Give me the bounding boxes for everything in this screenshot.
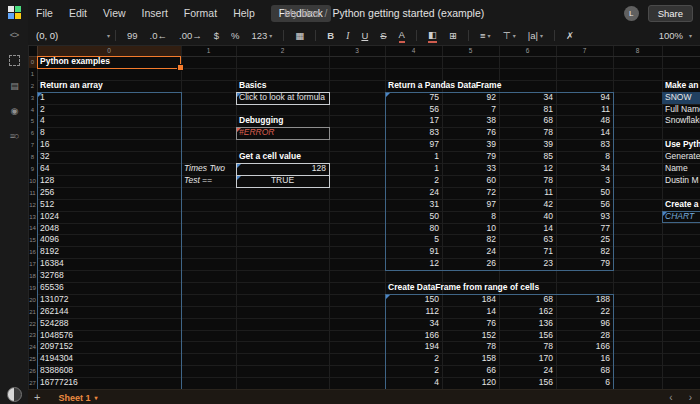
row-header[interactable]: 3 bbox=[28, 92, 37, 104]
array-value-cell[interactable]: 32 bbox=[37, 151, 181, 163]
bool-cell[interactable]: TRUE bbox=[236, 175, 329, 187]
row-header[interactable]: 18 bbox=[28, 270, 37, 282]
dataframe-cell[interactable]: 5 bbox=[385, 234, 442, 246]
dataframe-cell[interactable]: 14 bbox=[499, 223, 556, 235]
array-value-cell[interactable]: 4194304 bbox=[37, 353, 181, 365]
zoom-control[interactable]: 100% ▾ bbox=[659, 26, 692, 45]
dataframe-cell[interactable]: 14 bbox=[442, 306, 499, 318]
dataframe-cell[interactable]: 24 bbox=[499, 365, 556, 377]
row-header[interactable]: 0 bbox=[28, 56, 37, 68]
code-editor-icon[interactable]: <> bbox=[10, 30, 19, 40]
section-heading[interactable]: Create DataFrame from range of cells bbox=[385, 282, 613, 294]
row-header[interactable]: 7 bbox=[28, 139, 37, 151]
row-header[interactable]: 9 bbox=[28, 163, 37, 175]
dataframe-cell[interactable]: 56 bbox=[556, 199, 613, 211]
row-header[interactable]: 12 bbox=[28, 199, 37, 211]
dataframe-cell[interactable]: 68 bbox=[499, 115, 556, 127]
dataframe-cell[interactable]: 97 bbox=[442, 199, 499, 211]
dataframe-cell[interactable]: 48 bbox=[556, 115, 613, 127]
menu-edit[interactable]: Edit bbox=[69, 7, 87, 19]
row-header[interactable]: 6 bbox=[28, 127, 37, 139]
column-header[interactable]: 1 bbox=[181, 45, 236, 56]
dataframe-cell[interactable]: 80 bbox=[385, 223, 442, 235]
array-value-cell[interactable]: 1048576 bbox=[37, 330, 181, 342]
array-value-cell[interactable]: 262144 bbox=[37, 306, 181, 318]
next-sheet-button[interactable]: › bbox=[689, 392, 692, 403]
dataframe-cell[interactable]: 1 bbox=[385, 151, 442, 163]
vertical-align-dropdown[interactable]: ⊤▾ bbox=[496, 30, 521, 41]
dataframe-cell[interactable]: 16 bbox=[556, 353, 613, 365]
row-header[interactable]: 17 bbox=[28, 258, 37, 270]
dataframe-cell[interactable]: 194 bbox=[385, 341, 442, 353]
dataframe-cell[interactable]: 91 bbox=[385, 246, 442, 258]
dataframe-cell[interactable]: 8 bbox=[442, 211, 499, 223]
dataframe-cell[interactable]: 11 bbox=[499, 187, 556, 199]
array-value-cell[interactable]: 4096 bbox=[37, 234, 181, 246]
array-value-cell[interactable]: 16384 bbox=[37, 258, 181, 270]
array-value-cell[interactable]: 8388608 bbox=[37, 365, 181, 377]
dataframe-cell[interactable]: 120 bbox=[442, 377, 499, 389]
add-sheet-button[interactable]: + bbox=[34, 392, 40, 403]
row-header[interactable]: 22 bbox=[28, 318, 37, 330]
percent-format-icon[interactable]: % bbox=[225, 30, 245, 41]
dataframe-cell[interactable]: 94 bbox=[556, 92, 613, 104]
array-value-cell[interactable]: 2 bbox=[37, 104, 181, 116]
dataframe-cell[interactable]: 28 bbox=[556, 330, 613, 342]
dataframe-cell[interactable]: 96 bbox=[556, 318, 613, 330]
dataframe-cell[interactable]: 81 bbox=[499, 104, 556, 116]
dataframe-cell[interactable]: 8 bbox=[556, 151, 613, 163]
dataframe-cell[interactable]: 158 bbox=[442, 353, 499, 365]
decrease-decimals-icon[interactable]: .0← bbox=[144, 30, 173, 41]
array-value-cell[interactable]: 8 bbox=[37, 127, 181, 139]
array-value-cell[interactable]: 65536 bbox=[37, 282, 181, 294]
cell[interactable]: Generate bbox=[662, 151, 700, 163]
array-value-cell[interactable]: 1 bbox=[37, 92, 181, 104]
dataframe-cell[interactable]: 77 bbox=[556, 223, 613, 235]
section-heading[interactable]: Debugging bbox=[236, 115, 329, 127]
column-header[interactable]: 0 bbox=[37, 45, 181, 56]
dataframe-cell[interactable]: 6 bbox=[556, 377, 613, 389]
dataframe-cell[interactable]: 162 bbox=[499, 306, 556, 318]
dataframe-cell[interactable]: 93 bbox=[556, 211, 613, 223]
row-header[interactable]: 25 bbox=[28, 353, 37, 365]
dataframe-cell[interactable]: 50 bbox=[556, 187, 613, 199]
spreadsheet-grid[interactable]: 0123456780123456789101112131415161718192… bbox=[0, 0, 700, 404]
dataframe-cell[interactable]: 42 bbox=[499, 199, 556, 211]
dataframe-cell[interactable]: 78 bbox=[499, 341, 556, 353]
row-header[interactable]: 20 bbox=[28, 294, 37, 306]
value-cell[interactable]: 128 bbox=[236, 163, 329, 175]
array-value-cell[interactable]: 4 bbox=[37, 115, 181, 127]
dataframe-cell[interactable]: 83 bbox=[385, 127, 442, 139]
cell-type-icon[interactable] bbox=[9, 55, 20, 66]
connections-icon[interactable]: ▤ bbox=[10, 81, 18, 91]
array-value-cell[interactable]: 256 bbox=[37, 187, 181, 199]
prev-sheet-button[interactable]: ‹ bbox=[669, 392, 672, 403]
dataframe-cell[interactable]: 12 bbox=[499, 163, 556, 175]
dataframe-cell[interactable]: 40 bbox=[499, 211, 556, 223]
array-value-cell[interactable]: 131072 bbox=[37, 294, 181, 306]
dataframe-cell[interactable]: 82 bbox=[442, 234, 499, 246]
row-header[interactable]: 10 bbox=[28, 175, 37, 187]
section-heading[interactable]: Return a Pandas DataFrame bbox=[385, 80, 613, 92]
menu-format[interactable]: Format bbox=[184, 7, 217, 19]
breadcrumb-root[interactable]: My files bbox=[284, 7, 320, 19]
dataframe-cell[interactable]: 24 bbox=[385, 187, 442, 199]
dataframe-cell[interactable]: 152 bbox=[442, 330, 499, 342]
fill-handle[interactable] bbox=[177, 64, 184, 71]
menu-file[interactable]: File bbox=[36, 7, 53, 19]
dataframe-cell[interactable]: 2 bbox=[385, 353, 442, 365]
row-header[interactable]: 23 bbox=[28, 330, 37, 342]
row-header[interactable]: 11 bbox=[28, 187, 37, 199]
row-header[interactable]: 2 bbox=[28, 80, 37, 92]
strikethrough-icon[interactable]: S bbox=[374, 30, 392, 41]
dataframe-cell[interactable]: 34 bbox=[499, 92, 556, 104]
dataframe-cell[interactable]: 188 bbox=[556, 294, 613, 306]
clear-formatting-icon[interactable]: ✗ bbox=[560, 30, 580, 41]
column-header[interactable]: 2 bbox=[236, 45, 329, 56]
row-header[interactable]: 8 bbox=[28, 151, 37, 163]
date-format-icon[interactable]: ▦ bbox=[289, 30, 310, 41]
row-header[interactable]: 16 bbox=[28, 246, 37, 258]
dataframe-cell[interactable]: 76 bbox=[442, 318, 499, 330]
cell[interactable]: Snowflake bbox=[662, 115, 700, 127]
column-header[interactable]: 6 bbox=[499, 45, 556, 56]
